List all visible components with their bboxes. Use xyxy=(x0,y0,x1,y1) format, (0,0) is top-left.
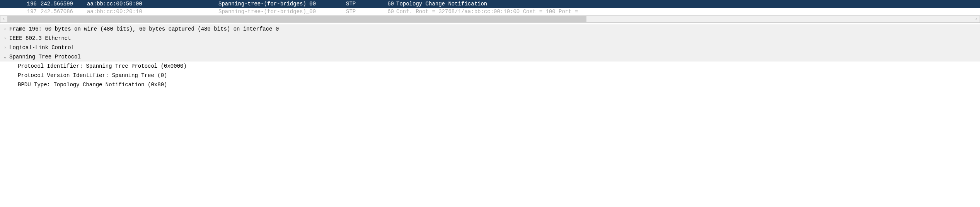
chevron-right-icon[interactable]: › xyxy=(2,34,8,43)
tree-label: IEEE 802.3 Ethernet xyxy=(9,34,71,43)
scroll-thumb[interactable] xyxy=(7,16,586,22)
packet-row[interactable]: 197 242.567086 aa:bb:cc:00:20:10 Spannin… xyxy=(0,8,980,15)
tree-row-frame[interactable]: › Frame 196: 60 bytes on wire (480 bits)… xyxy=(0,24,980,34)
packet-list[interactable]: 196 242.566599 aa:bb:cc:00:50:00 Spannin… xyxy=(0,0,980,16)
tree-row-llc[interactable]: › Logical-Link Control xyxy=(0,43,980,52)
col-time: 242.567086 xyxy=(41,8,87,15)
details-tree-block: › Frame 196: 60 bytes on wire (480 bits)… xyxy=(0,24,980,62)
tree-leaf-label: Protocol Version Identifier: Spanning Tr… xyxy=(18,71,167,80)
tree-row-bpdu-type[interactable]: BPDU Type: Topology Change Notification … xyxy=(0,80,980,89)
col-length: 60 xyxy=(385,0,396,7)
col-info: Conf. Root = 32768/1/aa:bb:cc:00:10:00 C… xyxy=(396,8,980,15)
scroll-track[interactable] xyxy=(7,16,973,22)
chevron-right-icon[interactable]: › xyxy=(2,43,8,52)
col-destination: Spanning-tree-(for-bridges)_00 xyxy=(218,0,346,7)
col-info: Topology Change Notification xyxy=(396,0,980,7)
col-source: aa:bb:cc:00:20:10 xyxy=(87,8,218,15)
tree-leaf-label: BPDU Type: Topology Change Notification … xyxy=(18,80,167,89)
col-destination: Spanning-tree-(for-bridges)_00 xyxy=(218,8,346,15)
scroll-left-icon[interactable]: ‹ xyxy=(0,16,7,22)
chevron-down-icon[interactable]: ⌄ xyxy=(2,53,8,61)
scroll-right-icon[interactable]: › xyxy=(973,16,980,22)
col-length: 60 xyxy=(385,8,396,15)
col-source: aa:bb:cc:00:50:00 xyxy=(87,0,218,7)
col-protocol: STP xyxy=(346,8,385,15)
tree-row-protocol-identifier[interactable]: Protocol Identifier: Spanning Tree Proto… xyxy=(0,62,980,71)
tree-row-stp[interactable]: ⌄ Spanning Tree Protocol xyxy=(0,52,980,62)
horizontal-scrollbar[interactable]: ‹ › xyxy=(0,16,980,23)
col-no: 196 xyxy=(0,0,41,7)
chevron-right-icon[interactable]: › xyxy=(2,25,8,33)
packet-details-pane[interactable]: › Frame 196: 60 bytes on wire (480 bits)… xyxy=(0,23,980,91)
tree-row-protocol-version[interactable]: Protocol Version Identifier: Spanning Tr… xyxy=(0,71,980,80)
tree-row-ethernet[interactable]: › IEEE 802.3 Ethernet xyxy=(0,34,980,43)
tree-label: Frame 196: 60 bytes on wire (480 bits), … xyxy=(9,25,279,33)
tree-leaf-label: Protocol Identifier: Spanning Tree Proto… xyxy=(18,62,187,70)
tree-label: Logical-Link Control xyxy=(9,43,74,52)
packet-row[interactable]: 196 242.566599 aa:bb:cc:00:50:00 Spannin… xyxy=(0,0,980,8)
col-time: 242.566599 xyxy=(41,0,87,7)
col-protocol: STP xyxy=(346,0,385,7)
col-no: 197 xyxy=(0,8,41,15)
tree-label: Spanning Tree Protocol xyxy=(9,53,81,61)
